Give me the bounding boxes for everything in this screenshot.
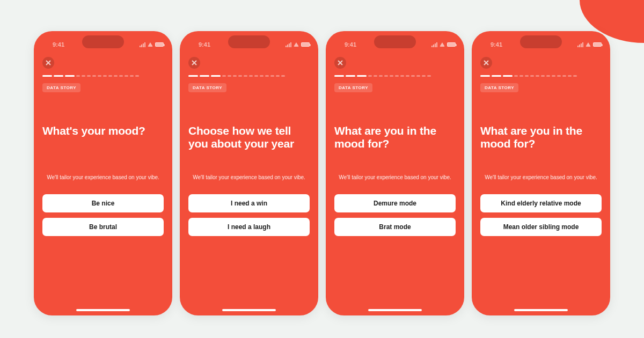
battery-icon [593, 42, 602, 47]
status-icons [131, 42, 164, 47]
phone-mockup: 9:41 DATA STORY Choose how we tell you a… [180, 31, 318, 315]
subtitle: We'll tailor your experience based on yo… [480, 174, 602, 181]
headline: Choose how we tell you about your year [188, 124, 310, 151]
wifi-icon [148, 42, 153, 47]
status-icons [277, 42, 310, 47]
home-indicator [222, 309, 276, 311]
option-button[interactable]: I need a laugh [188, 218, 310, 236]
close-icon [338, 60, 343, 65]
category-pill: DATA STORY [334, 83, 372, 92]
options: I need a win I need a laugh [188, 194, 310, 236]
signal-icon [577, 42, 583, 47]
battery-icon [301, 42, 310, 47]
subtitle: We'll tailor your experience based on yo… [188, 174, 310, 181]
progress-bar [188, 75, 310, 77]
headline: What's your mood? [42, 124, 164, 151]
category-pill: DATA STORY [188, 83, 226, 92]
option-button[interactable]: Kind elderly relative mode [480, 194, 602, 212]
close-button[interactable] [334, 57, 346, 69]
dynamic-island [374, 35, 416, 48]
status-time: 9:41 [334, 41, 367, 48]
subtitle: We'll tailor your experience based on yo… [334, 174, 456, 181]
dynamic-island [520, 35, 562, 48]
status-icons [423, 42, 456, 47]
wifi-icon [586, 42, 591, 47]
home-indicator [514, 309, 568, 311]
phone-mockup: 9:41 DATA STORY What's your mood? We'll … [34, 31, 172, 315]
options: Be nice Be brutal [42, 194, 164, 236]
phone-row: 9:41 DATA STORY What's your mood? We'll … [0, 31, 644, 315]
close-icon [484, 60, 489, 65]
headline: What are you in the mood for? [480, 124, 602, 151]
status-time: 9:41 [480, 41, 513, 48]
status-bar: 9:41 [188, 39, 310, 50]
option-button[interactable]: I need a win [188, 194, 310, 212]
option-button[interactable]: Demure mode [334, 194, 456, 212]
close-button[interactable] [480, 57, 492, 69]
wifi-icon [440, 42, 445, 47]
options: Kind elderly relative mode Mean older si… [480, 194, 602, 236]
progress-bar [42, 75, 164, 77]
signal-icon [431, 42, 437, 47]
dynamic-island [82, 35, 124, 48]
category-pill: DATA STORY [480, 83, 518, 92]
dynamic-island [228, 35, 270, 48]
close-button[interactable] [42, 57, 54, 69]
option-button[interactable]: Mean older sibling mode [480, 218, 602, 236]
wifi-icon [294, 42, 299, 47]
option-button[interactable]: Be nice [42, 194, 164, 212]
signal-icon [140, 42, 145, 47]
close-icon [46, 60, 51, 65]
status-bar: 9:41 [480, 39, 602, 50]
options: Demure mode Brat mode [334, 194, 456, 236]
status-time: 9:41 [42, 41, 75, 48]
status-bar: 9:41 [334, 39, 456, 50]
close-button[interactable] [188, 57, 200, 69]
progress-bar [480, 75, 602, 77]
home-indicator [76, 309, 130, 311]
battery-icon [155, 42, 164, 47]
option-button[interactable]: Brat mode [334, 218, 456, 236]
battery-icon [447, 42, 456, 47]
close-icon [192, 60, 197, 65]
status-time: 9:41 [188, 41, 221, 48]
category-pill: DATA STORY [42, 83, 80, 92]
phone-mockup: 9:41 DATA STORY What are you in the mood… [472, 31, 610, 315]
phone-mockup: 9:41 DATA STORY What are you in the mood… [326, 31, 464, 315]
progress-bar [334, 75, 456, 77]
subtitle: We'll tailor your experience based on yo… [42, 174, 164, 181]
status-bar: 9:41 [42, 39, 164, 50]
signal-icon [286, 42, 291, 47]
status-icons [569, 42, 602, 47]
home-indicator [368, 309, 422, 311]
option-button[interactable]: Be brutal [42, 218, 164, 236]
headline: What are you in the mood for? [334, 124, 456, 151]
